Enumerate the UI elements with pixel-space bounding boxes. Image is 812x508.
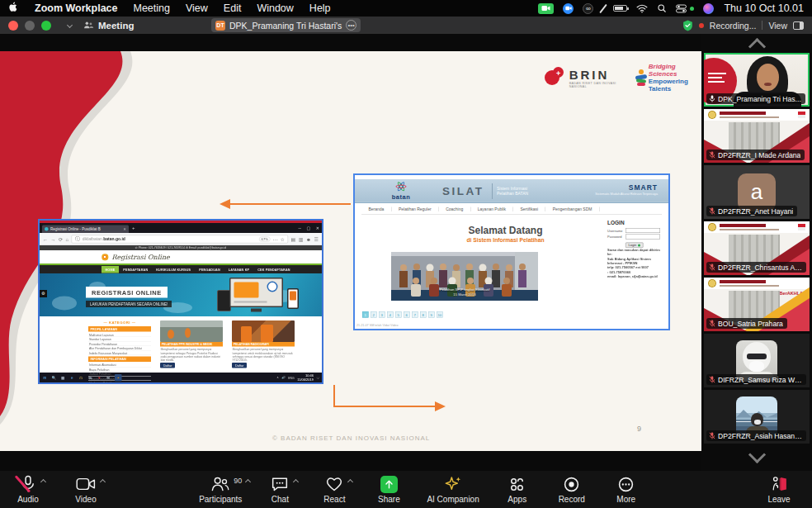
menu2-link[interactable]: Himbauan Pelatihan — [88, 381, 151, 384]
silat-nav-layanan[interactable]: Layanan Publik — [470, 207, 513, 212]
video-button[interactable]: Video — [69, 475, 102, 504]
menu-edit[interactable]: Edit — [224, 2, 242, 14]
mail-icon[interactable]: ✉ — [106, 375, 111, 381]
back-icon[interactable]: ← — [43, 236, 48, 242]
scroll-down-chevron-icon[interactable] — [748, 446, 765, 463]
tray-chevron[interactable]: ∧ — [276, 376, 279, 379]
view-button-label[interactable]: View — [768, 21, 787, 31]
username-field[interactable] — [626, 228, 660, 233]
participant-tile[interactable]: DIFRZR_Samsu Riza Wi... — [704, 334, 810, 387]
security-shield-icon[interactable] — [682, 20, 693, 31]
share-button[interactable]: Share — [372, 475, 405, 504]
silat-nav-pelatihan[interactable]: Pelatihan Reguler — [391, 207, 438, 212]
share-options-button[interactable]: ••• — [346, 20, 356, 31]
siri-icon[interactable] — [703, 3, 714, 14]
silat-nav-coaching[interactable]: Coaching — [439, 207, 471, 212]
ai-companion-button[interactable]: AI Companion — [427, 475, 479, 504]
silat-nav-sdm[interactable]: Pengembangan SDM — [545, 207, 599, 212]
forward-icon[interactable]: → — [51, 236, 56, 242]
window-controls[interactable]: ─▢✕ — [299, 226, 319, 230]
page-dot[interactable]: 5 — [395, 311, 402, 318]
store-icon[interactable]: 🛍 — [87, 375, 93, 381]
apple-menu-icon[interactable] — [8, 1, 19, 16]
react-options-chevron[interactable] — [347, 479, 353, 485]
menu-help[interactable]: Help — [309, 2, 331, 14]
url-bar[interactable]: ⓘ diklatbatan.batan.go.id 67% ⋯ ☆ — [72, 235, 288, 243]
tab-close-icon[interactable]: ✕ — [123, 227, 126, 231]
settings-gear-icon[interactable]: ⚙ — [40, 290, 47, 297]
explorer-icon[interactable]: 🗀 — [78, 375, 84, 381]
site-nav-home[interactable]: HOME — [102, 266, 119, 273]
site-nav-layanan[interactable]: LAYANAN KP — [224, 266, 253, 273]
leave-button[interactable]: Leave — [762, 475, 795, 504]
video-options-chevron[interactable] — [100, 479, 106, 485]
participants-button[interactable]: 90 Participants — [199, 475, 242, 504]
zoom-menubar-icon[interactable] — [563, 3, 574, 14]
new-tab-button[interactable]: + — [132, 226, 135, 231]
page-dot[interactable]: 7 — [412, 311, 418, 318]
bookmark-star-icon[interactable]: ☆ — [281, 236, 285, 242]
menu-view[interactable]: View — [186, 2, 208, 14]
control-center-icon[interactable] — [676, 4, 687, 13]
home-icon[interactable]: ⌂ — [66, 236, 69, 242]
tray-language[interactable]: ENG — [288, 376, 295, 379]
firefox-icon[interactable]: ◓ — [115, 374, 122, 382]
fullscreen-window-button[interactable] — [41, 21, 51, 31]
recording-status[interactable]: Recording... — [710, 21, 757, 31]
page-dot[interactable]: 8 — [420, 311, 427, 318]
reload-icon[interactable]: ⟳ — [59, 236, 63, 242]
menu-bar-clock[interactable]: Thu 10 Oct 10.01 — [724, 2, 804, 14]
participant-tile[interactable]: BerAKHLAK BOU_Satria Prahara — [704, 278, 810, 331]
sidebar-icon[interactable]: ▥ — [299, 236, 304, 242]
audio-options-chevron[interactable] — [40, 479, 46, 485]
taskbar-search-icon[interactable]: 🔍 — [51, 375, 57, 381]
silat-nav-beranda[interactable]: Beranda — [361, 207, 391, 212]
wifi-icon[interactable] — [636, 4, 648, 13]
participant-tile[interactable]: DP2FRZR_Asiah Hasanah — [704, 390, 810, 444]
page-dot[interactable]: 3 — [379, 311, 385, 318]
minimize-window-button[interactable] — [25, 21, 35, 31]
participant-tile[interactable]: a DP2FRZR_Anet Hayani — [704, 165, 810, 219]
shared-screen-pill[interactable]: DT DPK_Pramaning Tri Hastari's ••• — [211, 18, 361, 32]
library-icon[interactable]: ▤ — [290, 236, 295, 242]
daftar-button[interactable]: Daftar — [232, 363, 247, 368]
participant-tile[interactable]: DPK_Pramaning Tri Has... — [704, 53, 810, 107]
window-chevron-icon[interactable] — [67, 22, 73, 28]
page-dot[interactable]: 4 — [387, 311, 394, 318]
daftar-button[interactable]: Daftar — [160, 363, 175, 368]
chat-options-chevron[interactable] — [293, 479, 299, 485]
participant-tile[interactable]: DP2FRZR_Chrisantus Ar... — [704, 221, 810, 275]
page-dot[interactable]: 10 — [437, 311, 443, 318]
site-nav-kurikulum[interactable]: KURIKULUM KURSUS — [153, 266, 195, 273]
page-zoom-level[interactable]: 67% — [259, 236, 271, 241]
creative-cloud-icon[interactable]: ∞ — [583, 3, 593, 14]
view-layout-icon[interactable] — [793, 21, 804, 30]
site-info-icon[interactable]: ⓘ — [75, 235, 80, 243]
close-window-button[interactable] — [8, 21, 18, 31]
record-button[interactable]: Record — [555, 475, 588, 504]
page-dot[interactable]: 1 — [362, 311, 369, 318]
chat-button[interactable]: Chat — [263, 475, 296, 504]
menu-app-name[interactable]: Zoom Workplace — [35, 2, 117, 14]
page-dot[interactable]: 6 — [404, 311, 410, 318]
apps-button[interactable]: Apps — [501, 475, 534, 504]
search-icon[interactable] — [657, 3, 667, 13]
edge-icon[interactable]: e — [69, 375, 75, 381]
app-icon[interactable]: ♥ — [97, 375, 102, 381]
menu-icon[interactable]: ☰ — [314, 236, 319, 242]
audio-button[interactable]: Audio — [12, 475, 45, 504]
participants-options-chevron[interactable] — [245, 479, 251, 485]
site-nav-pengaduan[interactable]: PENGADUAN — [196, 266, 224, 273]
react-button[interactable]: React — [318, 475, 351, 504]
battery-icon[interactable] — [613, 5, 627, 12]
more-tools-icon[interactable]: ⋯ — [273, 236, 278, 242]
more-button[interactable]: More — [610, 475, 643, 504]
page-dot[interactable]: 2 — [371, 311, 377, 318]
camera-active-icon[interactable] — [538, 3, 554, 14]
notification-icon[interactable]: 🗨 — [317, 376, 320, 379]
page-dot[interactable]: 9 — [428, 311, 435, 318]
menu-meeting[interactable]: Meeting — [133, 2, 169, 14]
password-field[interactable] — [626, 235, 660, 240]
silat-nav-sertifikasi[interactable]: Sertifikasi — [513, 207, 545, 212]
participant-tile[interactable]: DP2FRZR_I Made Ardana — [704, 109, 810, 163]
